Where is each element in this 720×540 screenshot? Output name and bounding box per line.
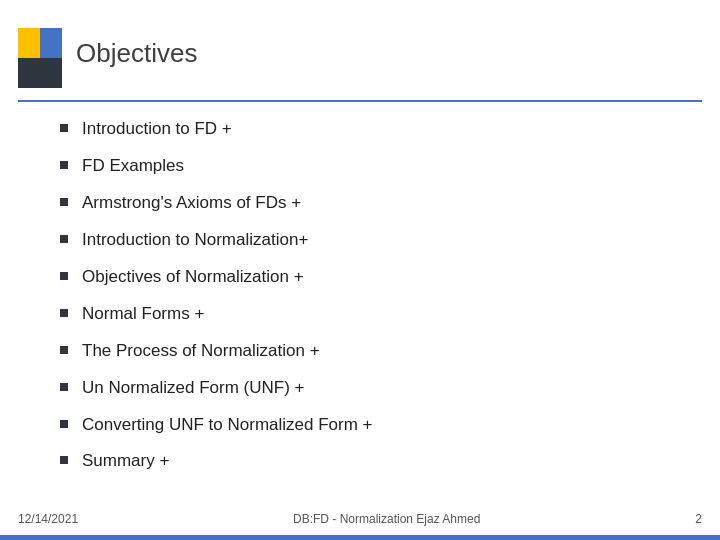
bullet-item: Introduction to FD + <box>60 118 680 141</box>
block-yellow <box>18 28 40 58</box>
footer: 12/14/2021 DB:FD - Normalization Ejaz Ah… <box>18 512 702 526</box>
bullet-text: The Process of Normalization + <box>82 340 320 363</box>
bullet-dot <box>60 235 68 243</box>
bullet-text: Objectives of Normalization + <box>82 266 304 289</box>
bullet-text: Un Normalized Form (UNF) + <box>82 377 304 400</box>
bullet-text: Converting UNF to Normalized Form + <box>82 414 373 437</box>
slide-title: Objectives <box>76 38 197 69</box>
bullet-list: Introduction to FD +FD ExamplesArmstrong… <box>60 118 680 487</box>
bullet-item: Objectives of Normalization + <box>60 266 680 289</box>
bullet-dot <box>60 309 68 317</box>
bullet-item: Summary + <box>60 450 680 473</box>
bullet-dot <box>60 198 68 206</box>
bullet-text: Summary + <box>82 450 169 473</box>
bullet-dot <box>60 456 68 464</box>
block-blue <box>40 28 62 58</box>
bullet-dot <box>60 161 68 169</box>
bullet-item: Armstrong's Axioms of FDs + <box>60 192 680 215</box>
bullet-item: Introduction to Normalization+ <box>60 229 680 252</box>
bullet-text: FD Examples <box>82 155 184 178</box>
bullet-dot <box>60 272 68 280</box>
bullet-item: Normal Forms + <box>60 303 680 326</box>
footer-page: 2 <box>695 512 702 526</box>
bullet-dot <box>60 346 68 354</box>
bottom-accent <box>0 535 720 540</box>
bullet-item: FD Examples <box>60 155 680 178</box>
block-dark <box>18 58 62 88</box>
bullet-text: Armstrong's Axioms of FDs + <box>82 192 301 215</box>
slide: Objectives Introduction to FD +FD Exampl… <box>0 0 720 540</box>
side-decoration <box>18 28 62 88</box>
bullet-dot <box>60 420 68 428</box>
footer-center: DB:FD - Normalization Ejaz Ahmed <box>293 512 480 526</box>
bullet-text: Introduction to Normalization+ <box>82 229 308 252</box>
title-rule <box>18 100 702 102</box>
bullet-item: Converting UNF to Normalized Form + <box>60 414 680 437</box>
bullet-dot <box>60 383 68 391</box>
bullet-dot <box>60 124 68 132</box>
bullet-text: Introduction to FD + <box>82 118 232 141</box>
footer-date: 12/14/2021 <box>18 512 78 526</box>
bullet-item: The Process of Normalization + <box>60 340 680 363</box>
bullet-text: Normal Forms + <box>82 303 204 326</box>
bullet-item: Un Normalized Form (UNF) + <box>60 377 680 400</box>
